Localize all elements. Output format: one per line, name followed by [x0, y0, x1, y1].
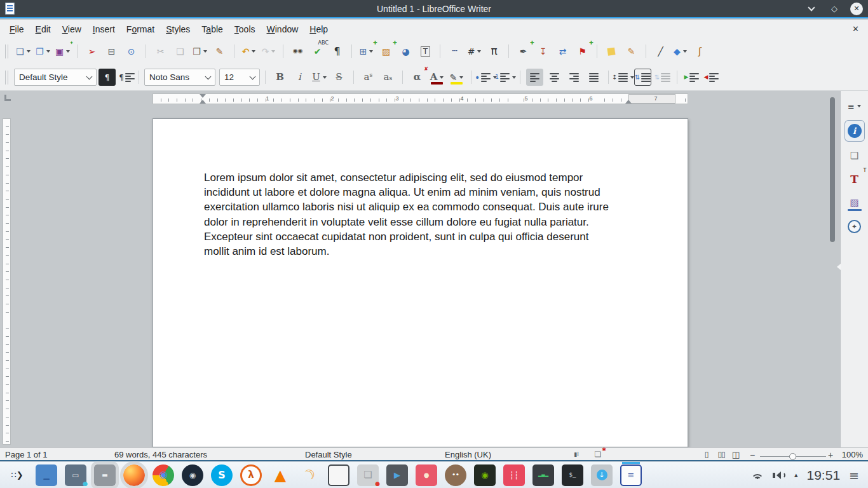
menu-format[interactable]: Format: [121, 22, 160, 37]
insert-field[interactable]: #: [466, 43, 483, 60]
export-pdf[interactable]: ➢: [83, 43, 100, 60]
italic[interactable]: i: [291, 69, 308, 86]
konsole[interactable]: $_: [562, 464, 583, 486]
undo-dropdown-arrow[interactable]: [252, 50, 255, 53]
spectacle-screenshot[interactable]: ▭●: [65, 464, 86, 486]
document-text[interactable]: Lorem ipsum dolor sit amet, consectetur …: [204, 170, 649, 259]
update-paragraph-style[interactable]: ¶: [98, 69, 116, 86]
nvidia-settings[interactable]: ◉: [474, 464, 496, 486]
paragraph-style-dropdown-icon[interactable]: [86, 73, 93, 79]
kdenlive[interactable]: ▶: [386, 464, 408, 486]
decrease-indent[interactable]: ◀: [703, 69, 720, 86]
insert-image[interactable]: ▨✚: [377, 43, 395, 60]
wifi-icon[interactable]: [751, 470, 764, 480]
system-monitor[interactable]: ▂▄▂: [532, 464, 554, 486]
page-deck[interactable]: ❏: [845, 147, 864, 165]
single-page-view[interactable]: ▯: [701, 449, 712, 459]
font-name-dropdown-icon[interactable]: [205, 73, 212, 79]
gimp[interactable]: ••: [445, 464, 466, 486]
left-indent-marker[interactable]: [200, 94, 206, 104]
menu-insert[interactable]: Insert: [87, 22, 121, 37]
book-view[interactable]: ◫: [730, 449, 742, 459]
horizontal-ruler[interactable]: 1234567: [153, 93, 688, 104]
print[interactable]: ⊟: [103, 43, 120, 60]
menu-edit[interactable]: Edit: [30, 22, 57, 37]
numbered-list-dropdown-arrow[interactable]: [512, 76, 516, 79]
multi-page-view[interactable]: ▯▯: [715, 449, 727, 459]
page-count[interactable]: Page 1 of 1: [5, 450, 48, 459]
font-size-combobox[interactable]: 12: [219, 69, 260, 86]
new-document-dropdown-arrow[interactable]: [27, 50, 31, 53]
redo-dropdown-arrow[interactable]: [271, 50, 275, 53]
basic-shapes-dropdown-arrow[interactable]: [683, 50, 687, 53]
spelling-check[interactable]: ✔ABC: [309, 43, 326, 60]
new-paragraph-style[interactable]: ¶: [118, 69, 135, 86]
insert-table[interactable]: ⊞✚: [358, 43, 375, 60]
libreoffice-start-center[interactable]: [328, 464, 349, 486]
insert-cross-reference[interactable]: ⇄: [554, 43, 571, 60]
underline[interactable]: U: [311, 69, 328, 86]
insert-endnote[interactable]: ↧: [534, 43, 552, 60]
insert-text-box[interactable]: T: [417, 43, 434, 60]
document-page[interactable]: Lorem ipsum dolor sit amet, consectetur …: [153, 118, 688, 447]
line-spacing[interactable]: ↕: [614, 69, 632, 86]
basic-shapes[interactable]: ◆: [672, 43, 689, 60]
discover-software-center[interactable]: ↓: [591, 464, 613, 486]
paste-dropdown-arrow[interactable]: [203, 50, 207, 53]
skype[interactable]: S: [211, 464, 233, 486]
insert-footnote[interactable]: ✒✚: [515, 43, 532, 60]
save[interactable]: ▣✦: [54, 43, 71, 60]
underline-dropdown-arrow[interactable]: [323, 76, 327, 79]
toolbar-grip[interactable]: [5, 71, 8, 85]
sidebar-settings-dropdown-arrow[interactable]: [857, 105, 861, 107]
clock[interactable]: 19:51: [807, 468, 841, 483]
text-language[interactable]: English (UK): [445, 450, 491, 459]
bullet-list[interactable]: •: [477, 69, 494, 86]
close-button[interactable]: ✕: [850, 3, 863, 15]
zoom-slider-thumb[interactable]: [789, 453, 796, 460]
open-file-dropdown-arrow[interactable]: [46, 50, 50, 53]
menu-help[interactable]: Help: [304, 22, 334, 37]
track-changes[interactable]: ✎: [623, 43, 640, 60]
font-name-combobox[interactable]: Noto Sans: [144, 69, 215, 86]
find-and-replace[interactable]: ◉◉: [289, 43, 306, 60]
align-right[interactable]: [566, 69, 583, 86]
document-text-line[interactable]: incididunt ut labore et dolore magna ali…: [204, 185, 649, 200]
maximize-button[interactable]: ◇: [827, 2, 841, 16]
cut[interactable]: ✂: [152, 43, 169, 60]
font-color[interactable]: A: [428, 69, 445, 86]
formatting-marks[interactable]: ¶: [329, 43, 346, 60]
word-count[interactable]: 69 words, 445 characters: [114, 450, 207, 459]
document-text-line[interactable]: mollit anim id est laborum.: [204, 244, 649, 259]
numbered-list[interactable]: 1: [497, 69, 514, 86]
zoom-percent[interactable]: 100%: [842, 450, 863, 459]
superscript[interactable]: aˢ: [360, 69, 377, 86]
font-size-dropdown-icon[interactable]: [250, 73, 256, 79]
volume-icon[interactable]: [773, 471, 785, 479]
insert-bookmark[interactable]: ⚑✚: [574, 43, 591, 60]
menu-file[interactable]: File: [4, 22, 30, 37]
close-document-button[interactable]: ✕: [852, 24, 859, 34]
menu-table[interactable]: Table: [196, 22, 228, 37]
new-document[interactable]: ❏: [15, 43, 32, 60]
insert-special-character[interactable]: π: [485, 43, 503, 60]
sidebar-settings[interactable]: ≡: [845, 97, 864, 115]
subscript[interactable]: aₛ: [379, 69, 397, 86]
pavucontrol[interactable]: ┆┆: [503, 464, 525, 486]
vertical-ruler[interactable]: [3, 118, 11, 445]
highlight-color[interactable]: ✎: [448, 69, 465, 86]
insert-field-dropdown-arrow[interactable]: [477, 50, 481, 53]
print-preview[interactable]: ⊙: [123, 43, 140, 60]
clear-formatting[interactable]: α✘: [409, 69, 426, 86]
chrome[interactable]: ◉: [153, 464, 174, 486]
highlight-color-dropdown-arrow[interactable]: [459, 76, 463, 79]
paragraph-style-combobox[interactable]: Default Style: [14, 69, 97, 86]
properties-deck[interactable]: i: [845, 121, 864, 141]
undo[interactable]: ↶: [240, 43, 257, 60]
steam[interactable]: ◉: [182, 464, 203, 486]
clone-formatting[interactable]: ✎: [211, 43, 228, 60]
justify[interactable]: [585, 69, 602, 86]
page-style[interactable]: Default Style: [305, 450, 352, 459]
file-manager[interactable]: ▬: [94, 464, 116, 486]
redo[interactable]: ↷: [260, 43, 277, 60]
